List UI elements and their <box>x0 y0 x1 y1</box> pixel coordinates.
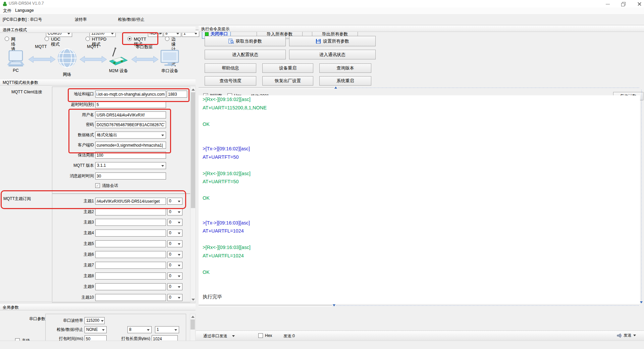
log-line: >[Rx<-][09:16:03][asc] <box>203 243 640 252</box>
topic-10-qos-select[interactable]: 0 <box>167 294 182 301</box>
device-reboot-label: 设备重启 <box>279 65 297 71</box>
log-line: AT+UARTFL=1024 <box>203 227 640 235</box>
topic-8-label: 主题8 <box>50 272 94 280</box>
topic-4-qos-select[interactable]: 0 <box>167 230 182 237</box>
scroll-up-icon[interactable] <box>192 89 195 91</box>
toolbar: [PC串口参数] : 串口号 COM10 波特率 115200 检验/数据/停止… <box>0 14 644 25</box>
client-id-input[interactable] <box>95 142 166 149</box>
log-right-splitter-track[interactable] <box>640 90 643 301</box>
sent-count: 发送:0 <box>283 333 295 339</box>
work-mode-header: 选择工作模式 <box>0 26 196 33</box>
log-line <box>203 186 640 194</box>
qos-value: 0 <box>169 209 171 214</box>
log-output[interactable]: >[Rx<-][09:16:02][asc]AT+UART=115200,8,1… <box>199 95 640 304</box>
data-format-select[interactable]: 格式化输出 <box>95 132 166 139</box>
global-baud-label: 串口波特率 <box>34 317 83 324</box>
diagram-serial-dev-label: 串口设备 <box>160 68 180 74</box>
send-button[interactable]: 发送 <box>616 333 636 338</box>
global-databits-value: 8 <box>129 327 131 332</box>
log-line: AT+UARTFT=50 <box>203 178 640 186</box>
topic-7-input[interactable] <box>95 262 166 269</box>
chevron-down-icon <box>178 265 180 266</box>
separator <box>0 303 196 303</box>
chevron-down-icon <box>633 335 636 336</box>
log-top-splitter-track[interactable] <box>338 87 639 89</box>
msg-timeout-input[interactable] <box>95 172 166 180</box>
doc-magnifier-icon <box>228 39 234 44</box>
username-input[interactable] <box>95 111 166 118</box>
topic-5-input[interactable] <box>95 240 166 247</box>
radio-selected-icon <box>127 37 132 41</box>
global-stopbits-select[interactable]: 1 <box>155 326 179 333</box>
topic-7-qos-select[interactable]: 0 <box>167 262 182 269</box>
enter-comm-label: 进入通讯状态 <box>319 52 345 58</box>
mqtt-version-select[interactable]: 3.1.1 <box>95 162 166 169</box>
help-info-button[interactable]: 帮助信息 <box>205 63 256 73</box>
chevron-down-icon <box>161 165 164 167</box>
get-params-button[interactable]: 获取当前参数 <box>205 36 286 46</box>
factory-reset-button[interactable]: 恢复出厂设置 <box>262 76 313 86</box>
topic-8-input[interactable] <box>95 272 166 280</box>
topic-2-input[interactable] <box>95 208 166 215</box>
topic-3-label: 主题3 <box>50 219 94 226</box>
set-params-button[interactable]: 设置所有参数 <box>289 36 376 46</box>
enter-config-button[interactable]: 进入配置状态 <box>205 50 286 59</box>
scroll-up-icon[interactable] <box>191 316 195 318</box>
password-input[interactable] <box>95 121 166 128</box>
topic-4-input[interactable] <box>95 230 166 237</box>
log-bottom-splitter[interactable] <box>199 305 332 307</box>
scrollbar-thumb[interactable] <box>191 92 195 208</box>
scroll-down-icon[interactable] <box>192 299 195 301</box>
menu-file[interactable]: 文件 <box>3 8 11 14</box>
splitter-marker-icon[interactable] <box>334 87 337 89</box>
topic-6-input[interactable] <box>95 251 166 258</box>
keepalive-input[interactable] <box>95 152 166 159</box>
query-version-label: 查询版本 <box>337 65 354 71</box>
chevron-down-icon[interactable] <box>232 335 235 337</box>
signal-strength-button[interactable]: 查信号强度 <box>205 76 256 86</box>
topic-10-input[interactable] <box>95 294 166 301</box>
signal-strength-label: 查信号强度 <box>220 78 241 84</box>
topic-3-input[interactable] <box>95 219 166 226</box>
system-restart-label: 系统重启 <box>337 78 354 84</box>
splitter-marker-icon[interactable] <box>640 301 643 303</box>
timeout-input[interactable] <box>95 101 166 108</box>
addr-input[interactable] <box>95 91 166 98</box>
topic-5-qos-select[interactable]: 0 <box>167 240 182 247</box>
chevron-down-icon <box>111 33 114 35</box>
topic-1-qos-select[interactable]: 0 <box>167 198 182 205</box>
topic-4-label: 主题4 <box>50 230 94 237</box>
restore-button[interactable] <box>618 1 628 6</box>
send-via-serial-dropdown[interactable]: 通过串口发送 <box>203 333 227 339</box>
log-bottom-splitter-track[interactable] <box>336 304 639 307</box>
query-version-button[interactable]: 查询版本 <box>319 63 371 73</box>
qos-value: 0 <box>169 263 171 267</box>
topic-9-qos-select[interactable]: 0 <box>167 283 182 290</box>
global-parity-select[interactable]: NONE <box>85 326 107 333</box>
topic-9-input[interactable] <box>95 283 166 290</box>
left-panel-scrollbar[interactable] <box>190 87 196 303</box>
global-baud-select[interactable]: 115200 <box>85 317 105 324</box>
topic-1-input[interactable] <box>95 198 166 205</box>
topic-6-qos-select[interactable]: 0 <box>167 251 182 258</box>
horn-icon <box>616 333 622 338</box>
close-button[interactable] <box>634 1 644 6</box>
port-input[interactable] <box>167 91 187 98</box>
baud-label: 波特率 <box>75 16 87 23</box>
global-databits-select[interactable]: 8 <box>127 326 152 333</box>
serial-open-indicator-icon <box>205 32 209 36</box>
splitter-marker-icon[interactable] <box>333 304 335 306</box>
global-parity-value: NONE <box>86 327 98 332</box>
scrollbar-thumb[interactable] <box>191 319 195 330</box>
enter-comm-button[interactable]: 进入通讯状态 <box>289 50 376 59</box>
system-restart-button[interactable]: 系统重启 <box>319 76 371 86</box>
topic-2-qos-select[interactable]: 0 <box>167 208 182 215</box>
log-top-splitter[interactable] <box>199 87 334 89</box>
topic-8-qos-select[interactable]: 0 <box>167 272 182 280</box>
status-strip <box>0 341 644 349</box>
chevron-down-icon <box>178 297 180 299</box>
minimize-button[interactable] <box>602 1 612 6</box>
topic-3-qos-select[interactable]: 0 <box>167 219 182 226</box>
device-reboot-button[interactable]: 设备重启 <box>262 63 313 73</box>
menu-language[interactable]: Language <box>15 8 34 13</box>
